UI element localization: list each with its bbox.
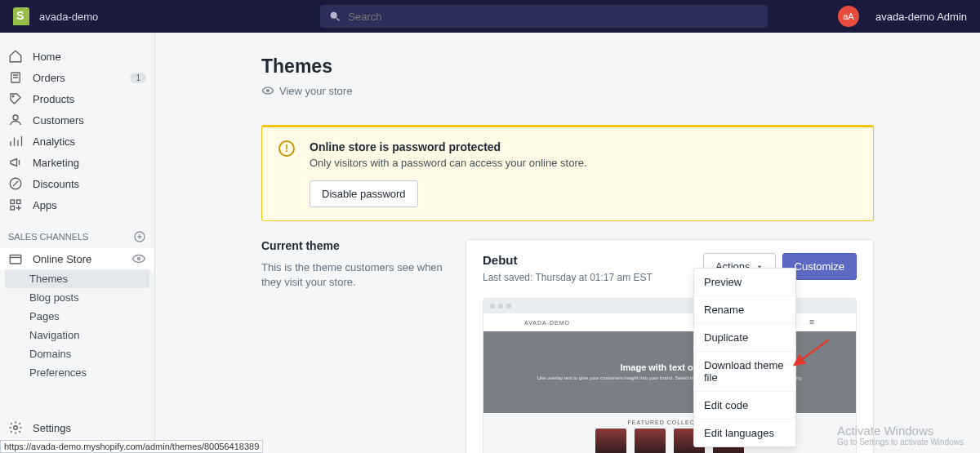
nav-label: Home (33, 51, 61, 63)
disable-password-button[interactable]: Disable password (310, 180, 418, 207)
preview-products (483, 429, 856, 453)
warning-icon: ! (278, 140, 295, 157)
dropdown-edit-languages[interactable]: Edit languages (694, 420, 795, 446)
svg-rect-10 (10, 255, 21, 264)
search-box[interactable] (320, 5, 768, 28)
nav-label: Marketing (33, 157, 79, 169)
svg-rect-7 (17, 200, 21, 204)
nav-online-store[interactable]: Online Store (0, 248, 154, 269)
eye-icon (261, 84, 274, 97)
search-input[interactable] (348, 11, 760, 23)
topbar: avada-demo aA avada-demo Admin (0, 0, 980, 33)
nav-label: Analytics (33, 135, 75, 148)
last-saved: Last saved: Thursday at 01:17 am EST (483, 272, 653, 283)
dropdown-download[interactable]: Download theme file (694, 352, 795, 392)
dropdown-rename[interactable]: Rename (694, 296, 795, 324)
store-icon (8, 251, 23, 266)
password-alert: ! Online store is password protected Onl… (261, 125, 874, 221)
nav-discounts[interactable]: Discounts (0, 173, 154, 194)
nav-analytics[interactable]: Analytics (0, 131, 154, 152)
subnav-domains[interactable]: Domains (0, 344, 154, 363)
nav-orders[interactable]: Orders 1 (0, 67, 154, 88)
sidebar: Home Orders 1 Products Customers Analyti… (0, 33, 155, 453)
add-channel-icon[interactable] (133, 230, 146, 243)
svg-point-11 (138, 258, 140, 260)
search-icon (328, 10, 341, 23)
store-name: avada-demo (39, 11, 98, 23)
svg-point-12 (14, 426, 18, 430)
theme-preview: AVADA-DEMO☰ Image with text overlay Use … (483, 298, 857, 453)
browser-dots (483, 299, 856, 313)
nav-label: Customers (33, 114, 84, 127)
sales-channels-header: SALES CHANNELS (0, 215, 154, 248)
nav-label: Discounts (33, 178, 79, 190)
svg-point-0 (331, 12, 337, 19)
subnav-blog-posts[interactable]: Blog posts (0, 288, 154, 307)
alert-body-text: Only visitors with a password can access… (310, 157, 587, 169)
nav-label: Settings (33, 422, 71, 434)
subnav-themes[interactable]: Themes (5, 269, 149, 288)
subnav-preferences[interactable]: Preferences (0, 363, 154, 382)
gear-icon (8, 420, 23, 435)
nav-settings[interactable]: Settings (0, 417, 154, 438)
apps-icon (8, 198, 23, 212)
nav-marketing[interactable]: Marketing (0, 152, 154, 173)
nav-label: Apps (33, 199, 57, 211)
person-icon (8, 113, 23, 127)
megaphone-icon (8, 155, 23, 170)
nav-label: Products (33, 93, 74, 105)
discount-icon (8, 176, 23, 191)
page-title: Themes (261, 56, 874, 78)
view-store-link[interactable]: View your store (261, 84, 874, 97)
theme-name: Debut (483, 253, 653, 267)
svg-rect-8 (11, 207, 15, 211)
svg-rect-6 (11, 200, 15, 204)
avatar[interactable]: aA (838, 6, 859, 27)
current-theme-heading: Current theme (261, 239, 449, 252)
view-store-label: View your store (279, 85, 352, 97)
nav-products[interactable]: Products (0, 88, 154, 109)
actions-dropdown: Preview Rename Duplicate Download theme … (693, 268, 796, 447)
svg-line-1 (336, 18, 339, 20)
preview-hero: Image with text overlay Use overlay text… (483, 331, 856, 413)
dropdown-edit-code[interactable]: Edit code (694, 392, 795, 420)
dropdown-duplicate[interactable]: Duplicate (694, 324, 795, 352)
nav-customers[interactable]: Customers (0, 109, 154, 131)
current-theme-desc: This is the theme customers see when the… (261, 260, 449, 290)
nav-label: Online Store (33, 253, 91, 265)
main-content: Themes View your store ! Online store is… (155, 33, 980, 453)
subnav-pages[interactable]: Pages (0, 307, 154, 326)
nav-apps[interactable]: Apps (0, 194, 154, 215)
analytics-icon (8, 134, 23, 149)
nav-label: Orders (33, 72, 65, 84)
nav-home[interactable]: Home (0, 46, 154, 67)
subnav-navigation[interactable]: Navigation (0, 326, 154, 344)
admin-name[interactable]: avada-demo Admin (875, 11, 967, 23)
tag-icon (8, 91, 23, 106)
preview-section-title: FEATURED COLLECTION (483, 413, 856, 429)
theme-card: Debut Last saved: Thursday at 01:17 am E… (466, 239, 874, 453)
windows-watermark: Activate Windows Go to Settings to activ… (837, 424, 964, 446)
shopify-logo-icon (13, 7, 29, 25)
orders-badge: 1 (130, 73, 146, 83)
home-icon (8, 49, 23, 64)
alert-title: Online store is password protected (310, 140, 587, 153)
svg-point-13 (267, 90, 270, 92)
eye-icon[interactable] (131, 251, 146, 266)
svg-point-4 (13, 115, 18, 120)
preview-header: AVADA-DEMO☰ (483, 313, 856, 331)
svg-point-3 (12, 95, 14, 97)
orders-icon (8, 70, 23, 85)
dropdown-preview[interactable]: Preview (694, 269, 795, 296)
